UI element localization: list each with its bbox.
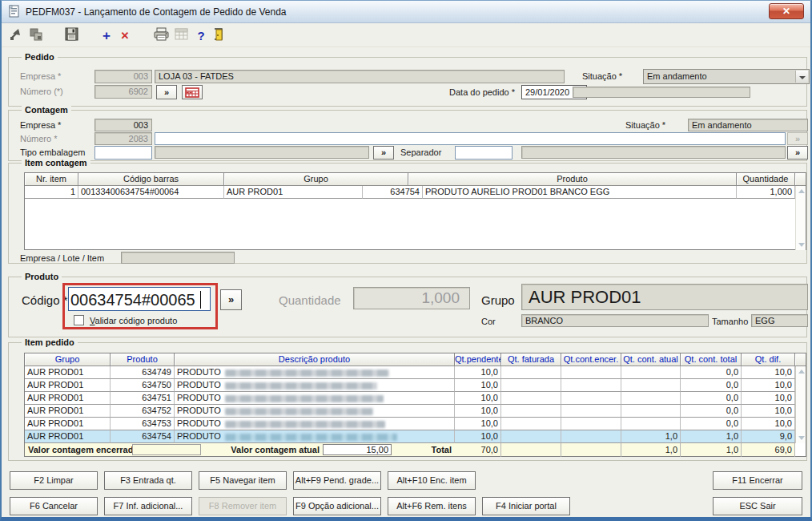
alt-f10-enc-item-button[interactable]: Alt+F10 Enc. item: [388, 471, 476, 490]
cell-dif: 10,0: [742, 392, 795, 405]
redacted-text: [225, 434, 397, 441]
cell-cont-total: 0,0: [681, 418, 742, 430]
separador-input[interactable]: [455, 146, 513, 160]
cascade-windows-icon[interactable]: [27, 27, 45, 45]
col-spacer: [795, 173, 806, 186]
cell-nr: 1: [25, 186, 78, 199]
add-icon[interactable]: +: [98, 27, 115, 45]
toolbar: + ✕ ?: [2, 24, 810, 47]
cell-descricao: PRODUTO: [175, 430, 455, 443]
cell-cont-total: 0,0: [681, 392, 742, 405]
table-row[interactable]: AUR PROD01 634750 PRODUTO 10,0 0,0 10,0: [25, 379, 806, 392]
item-contagem-scrollbar[interactable]: [795, 186, 806, 250]
scroll-down-icon[interactable]: [798, 436, 805, 440]
table-row[interactable]: AUR PROD01 634749 PRODUTO 10,0 0,0 10,0: [25, 366, 806, 379]
scroll-up-icon[interactable]: [798, 189, 805, 193]
contagem-lookup-disabled-button: »: [787, 132, 808, 145]
table-row[interactable]: AUR PROD01 634751 PRODUTO 10,0 0,0 10,0: [25, 392, 806, 405]
alt-f6-rem-itens-button[interactable]: Alt+F6 Rem. itens: [388, 497, 476, 515]
cell-descricao: PRODUTO: [175, 392, 455, 405]
pedido-situacao-select[interactable]: Em andamento: [643, 69, 810, 84]
title-bar: PEDFM037 - Lançamento de Contagem de Ped…: [2, 1, 810, 23]
f6-cancelar-button[interactable]: F6 Cancelar: [10, 497, 98, 515]
f2-limpar-button[interactable]: F2 Limpar: [10, 471, 98, 490]
cell-cont-encer: [561, 405, 621, 418]
table-row[interactable]: AUR PROD01 634752 PRODUTO 10,0 0,0 10,0: [25, 405, 806, 418]
contagem-group: Contagem Empresa * 003 Situação * Em and…: [8, 110, 807, 161]
pedido-legend: Pedido: [22, 52, 58, 62]
redacted-text: [225, 421, 385, 428]
tipo-embalagem-lookup-button[interactable]: »: [373, 146, 394, 160]
cell-faturada: [501, 418, 561, 430]
pedido-data-label: Data do pedido *: [393, 87, 515, 97]
cell-pendente: 10,0: [455, 418, 501, 430]
separador-lookup-button[interactable]: »: [787, 146, 808, 160]
table-row[interactable]: AUR PROD01 634753 PRODUTO 10,0 0,0 10,0: [25, 418, 806, 430]
alt-f9-pend-grade-button[interactable]: Alt+F9 Pend. grade...: [293, 471, 381, 490]
cell-dif: 9,0: [742, 430, 795, 443]
total-cont-total: 1,0: [681, 443, 742, 457]
f5-navegar-item-button[interactable]: F5 Navegar item: [199, 471, 287, 490]
cell-descricao: PRODUTO: [175, 418, 455, 430]
cell-grupo: AUR PROD01: [224, 186, 363, 199]
chevron-down-icon[interactable]: [795, 71, 808, 83]
cell-cont-encer: [561, 379, 621, 392]
cell-dif: 10,0: [742, 418, 795, 430]
save-icon[interactable]: [62, 27, 80, 45]
f9-opcao-adicional-button[interactable]: F9 Opção adicional...: [293, 497, 381, 515]
document-icon: [8, 5, 21, 19]
scroll-down-icon[interactable]: [798, 243, 805, 247]
esc-sair-button[interactable]: ESC Sair: [713, 497, 802, 515]
print-icon[interactable]: [152, 27, 170, 45]
col-qt-cont-encer: Qt.cont.encer.: [561, 353, 621, 366]
jump-record-icon[interactable]: [6, 27, 24, 45]
cell-produto: 634749: [111, 366, 175, 379]
cell-pendente: 10,0: [455, 430, 501, 443]
grid-icon[interactable]: [173, 27, 191, 45]
help-icon[interactable]: ?: [192, 27, 210, 45]
col-produto: Produto: [111, 353, 175, 366]
quantidade-field: 1,000: [353, 287, 470, 309]
item-contagem-group: Item contagem Nr. item Código barras Gru…: [8, 163, 807, 264]
pedido-group: Pedido Empresa * 003 LOJA 03 - FATDES Si…: [8, 57, 807, 107]
f7-inf-adicional-button[interactable]: F7 Inf. adicional...: [104, 497, 192, 515]
table-row-selected[interactable]: AUR PROD01 634754 PRODUTO 10,0 1,0 1,0 9…: [25, 430, 806, 443]
exit-door-icon[interactable]: [210, 27, 227, 45]
total-cont-encer: [561, 443, 621, 457]
cell-produto: 634753: [111, 418, 175, 430]
close-button[interactable]: ✕: [769, 3, 804, 19]
cell-dif: 10,0: [742, 379, 795, 392]
delete-icon[interactable]: ✕: [116, 27, 134, 45]
pedido-situacao-detail-field: [573, 87, 750, 98]
cell-barras: 00133400634754#00064: [78, 186, 224, 199]
tipo-embalagem-input[interactable]: [94, 146, 152, 160]
cell-pendente: 10,0: [455, 392, 501, 405]
cell-pendente: 10,0: [455, 366, 501, 379]
pedido-numero-field: 6902: [94, 85, 152, 99]
cell-faturada: [501, 392, 561, 405]
pedido-lookup-button[interactable]: »: [156, 85, 177, 99]
codigo-lookup-button[interactable]: »: [220, 289, 242, 310]
cell-grupo: AUR PROD01: [25, 392, 111, 405]
cell-cont-total: 0,0: [681, 405, 742, 418]
separador-label: Separador: [400, 147, 441, 157]
lote-label: Empresa / Lote / Item: [20, 253, 104, 263]
item-contagem-row[interactable]: 1 00133400634754#00064 AUR PROD01 634754…: [25, 186, 806, 199]
item-pedido-scrollbar[interactable]: [795, 366, 806, 443]
cell-grupo: AUR PROD01: [25, 366, 111, 379]
f3-entrada-qt-button[interactable]: F3 Entrada qt.: [104, 471, 192, 490]
contagem-numero-label: Número *: [20, 134, 57, 143]
contagem-descricao-input[interactable]: [155, 132, 786, 145]
cell-grupo: AUR PROD01: [25, 430, 111, 443]
item-contagem-legend: Item contagem: [22, 158, 90, 168]
f11-encerrar-button[interactable]: F11 Encerrar: [713, 471, 802, 490]
item-pedido-header: Grupo Produto Descrição produto Qt.pende…: [25, 353, 806, 366]
tamanho-field: EGG: [751, 314, 808, 327]
cell-cont-total: 0,0: [681, 366, 742, 379]
pedido-calendar-button[interactable]: [182, 85, 203, 99]
scroll-up-icon[interactable]: [798, 370, 805, 374]
cell-cont-encer: [561, 430, 621, 443]
f4-iniciar-portal-button[interactable]: F4 Iniciar portal: [482, 497, 570, 515]
cell-cont-atual: [621, 379, 681, 392]
col-spacer: [795, 353, 806, 366]
